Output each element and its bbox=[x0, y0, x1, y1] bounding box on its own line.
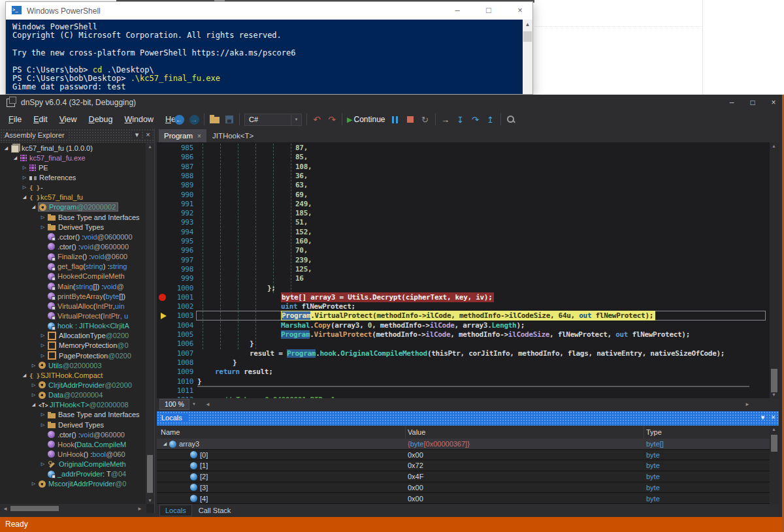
close-button[interactable]: × bbox=[513, 5, 527, 16]
locals-row[interactable]: ◢array3{byte[0x00000367]}byte[] bbox=[157, 439, 770, 450]
expander-collapsed-icon[interactable]: ▷ bbox=[39, 422, 47, 428]
tree-item[interactable]: ◢SJITHook.Compact bbox=[0, 370, 146, 380]
scroll-down-icon[interactable]: ▼ bbox=[770, 392, 778, 397]
tab-jithook-t-[interactable]: JITHook<T> bbox=[207, 129, 259, 142]
tree-item[interactable]: ▷AllocationType @0200 bbox=[0, 331, 146, 341]
scroll-right-icon[interactable]: ► bbox=[137, 506, 142, 512]
powershell-scrollbar[interactable]: ▲ bbox=[523, 20, 532, 94]
tree-item[interactable]: ◢Program @02000002 bbox=[0, 202, 146, 212]
tree-item[interactable]: Hook(Data.CompileM bbox=[0, 439, 146, 449]
expander-expanded-icon[interactable]: ◢ bbox=[2, 146, 10, 151]
column-type[interactable]: Type bbox=[646, 428, 662, 436]
expander-collapsed-icon[interactable]: ▷ bbox=[39, 343, 47, 348]
scroll-right-icon[interactable]: ► bbox=[745, 401, 750, 407]
panel-menu-icon[interactable]: ▾ bbox=[132, 131, 142, 139]
tree-item[interactable]: ▷ClrjitAddrProvider @02000 bbox=[0, 380, 146, 390]
close-button[interactable]: × bbox=[766, 96, 781, 109]
menu-item-window[interactable]: Window bbox=[118, 110, 159, 129]
menu-item-debug[interactable]: Debug bbox=[83, 110, 119, 129]
code-editor[interactable]: 98587,98685,987108,98836,98963,99069,991… bbox=[157, 142, 770, 398]
expander-collapsed-icon[interactable]: ▷ bbox=[39, 462, 47, 467]
tree-item[interactable]: ◢kc57_final_fu (1.0.0.0) bbox=[0, 143, 146, 153]
tree-item[interactable]: VirtualProtect(IntPtr, u bbox=[0, 311, 146, 321]
tree-item[interactable]: get_flag(string) : string bbox=[0, 262, 146, 272]
scrollbar-thumb[interactable] bbox=[771, 369, 777, 392]
redo-button[interactable]: ↷ bbox=[327, 113, 337, 126]
scrollbar-thumb[interactable] bbox=[10, 506, 59, 511]
stop-debugging-button[interactable] bbox=[405, 113, 416, 126]
scrollbar-thumb[interactable] bbox=[771, 435, 777, 452]
powershell-titlebar[interactable]: >_ Windows PowerShell – □ × bbox=[6, 2, 532, 20]
continue-button[interactable]: ▶Continue bbox=[347, 113, 385, 126]
tree-item[interactable]: ▷Utils @02000003 bbox=[0, 360, 146, 370]
tree-item[interactable]: .ctor() : void @060000 bbox=[0, 430, 146, 439]
expander-collapsed-icon[interactable]: ▷ bbox=[39, 412, 47, 417]
expander-expanded-icon[interactable]: ◢ bbox=[20, 373, 29, 378]
tree-item[interactable]: ▷Base Type and Interfaces bbox=[0, 212, 146, 222]
tree-item[interactable]: ▷MemoryProtection @0 bbox=[0, 341, 146, 351]
menu-item-file[interactable]: File bbox=[3, 110, 27, 129]
scroll-up-icon[interactable]: ▲ bbox=[523, 22, 532, 27]
tree-item[interactable]: ◢kc57_final_fu bbox=[0, 193, 146, 202]
editor-vertical-scrollbar[interactable]: ▲ ▼ bbox=[770, 142, 779, 398]
expander-expanded-icon[interactable]: ◢ bbox=[161, 441, 169, 446]
scroll-up-icon[interactable]: ▲ bbox=[146, 144, 154, 149]
expander-collapsed-icon[interactable]: ▷ bbox=[39, 225, 47, 230]
minimize-button[interactable]: – bbox=[724, 96, 740, 109]
tree-item[interactable]: _addrProvider : T @04 bbox=[0, 469, 146, 479]
tab-close-icon[interactable]: × bbox=[197, 133, 201, 140]
zoom-dropdown-icon[interactable]: ▼ bbox=[189, 399, 199, 410]
expander-collapsed-icon[interactable]: ▷ bbox=[39, 333, 47, 338]
maximize-button[interactable]: □ bbox=[482, 5, 496, 16]
locals-vertical-scrollbar[interactable]: ▲ bbox=[770, 426, 779, 504]
tree-item[interactable]: .ctor() : void @0600000 bbox=[0, 242, 146, 251]
pause-button[interactable] bbox=[390, 113, 400, 126]
tree-item[interactable]: .cctor() : void @0600000 bbox=[0, 232, 146, 242]
scroll-left-icon[interactable]: ◄ bbox=[3, 506, 8, 512]
tree-item[interactable]: ▷- bbox=[0, 183, 146, 193]
expander-collapsed-icon[interactable]: ▷ bbox=[20, 185, 29, 190]
tree-item[interactable]: HookedCompileMeth bbox=[0, 272, 146, 281]
zoom-level[interactable]: 100 % bbox=[159, 399, 189, 410]
expander-collapsed-icon[interactable]: ▷ bbox=[39, 353, 47, 358]
panel-menu-icon[interactable]: ▾ bbox=[758, 413, 768, 422]
tree-item[interactable]: ▷References bbox=[0, 172, 146, 182]
step-out-button[interactable]: ↷ bbox=[470, 113, 481, 126]
tree-vertical-scrollbar[interactable]: ▲ ▼ bbox=[146, 143, 154, 504]
open-file-button[interactable] bbox=[209, 113, 220, 126]
expander-collapsed-icon[interactable]: ▷ bbox=[29, 392, 38, 398]
expander-expanded-icon[interactable]: ◢ bbox=[29, 204, 38, 210]
tree-horizontal-scrollbar[interactable]: ◄ ► bbox=[0, 504, 146, 513]
tree-item[interactable]: Finalize() : void @0600 bbox=[0, 252, 146, 262]
locals-panel-header[interactable]: Locals ▾ × bbox=[157, 411, 779, 426]
column-name[interactable]: Name bbox=[161, 428, 180, 436]
minimize-button[interactable]: – bbox=[450, 5, 465, 16]
navigate-forward-button[interactable]: → bbox=[189, 113, 199, 126]
panel-close-icon[interactable]: × bbox=[143, 131, 153, 138]
navigate-back-button[interactable]: ← bbox=[174, 113, 184, 126]
expander-expanded-icon[interactable]: ◢ bbox=[20, 195, 29, 200]
tree-item[interactable]: ◢JITHook<T> @02000008 bbox=[0, 400, 146, 410]
scrollbar-thumb[interactable] bbox=[523, 31, 532, 42]
column-value[interactable]: Value bbox=[408, 428, 425, 436]
expander-collapsed-icon[interactable]: ▷ bbox=[20, 165, 29, 170]
scroll-up-icon[interactable]: ▲ bbox=[770, 144, 778, 148]
undo-button[interactable]: ↶ bbox=[312, 113, 322, 126]
expander-collapsed-icon[interactable]: ▷ bbox=[29, 363, 38, 368]
expander-collapsed-icon[interactable]: ▷ bbox=[29, 383, 38, 388]
tree-item[interactable]: ▷Data @02000004 bbox=[0, 390, 146, 400]
expander-collapsed-icon[interactable]: ▷ bbox=[39, 215, 47, 220]
tree-item[interactable]: ▷PageProtection @0200 bbox=[0, 351, 146, 360]
scroll-down-icon[interactable]: ▼ bbox=[146, 498, 154, 503]
menu-item-edit[interactable]: Edit bbox=[27, 110, 54, 129]
tab-program[interactable]: Program× bbox=[159, 129, 206, 142]
restart-button[interactable]: ↻ bbox=[420, 113, 431, 126]
expander-expanded-icon[interactable]: ◢ bbox=[29, 402, 38, 407]
tree-item[interactable]: ▷Derived Types bbox=[0, 420, 146, 430]
bottom-tab-call-stack[interactable]: Call Stack bbox=[193, 505, 237, 516]
tree-item[interactable]: ▷Base Type and Interfaces bbox=[0, 410, 146, 420]
tree-item[interactable]: VirtualAlloc(IntPtr, uin bbox=[0, 301, 146, 311]
tree-item[interactable]: ◢kc57_final_fu.exe bbox=[0, 153, 146, 163]
step-over-button[interactable]: → bbox=[440, 113, 451, 126]
save-all-button[interactable] bbox=[224, 113, 235, 126]
